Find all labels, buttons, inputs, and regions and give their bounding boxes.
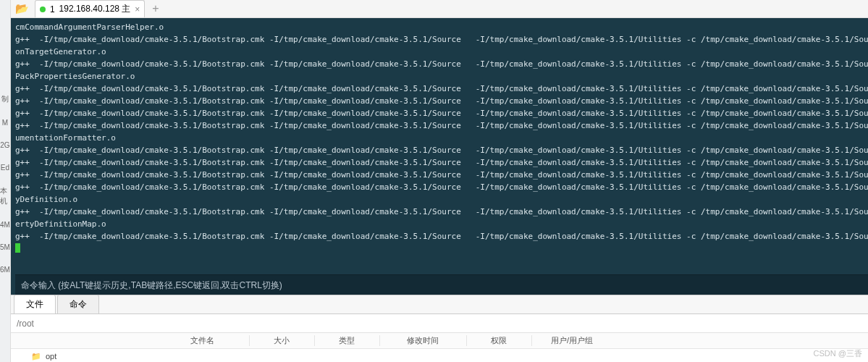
session-tabbar: 📂 1 192.168.40.128 主 × + — [11, 0, 868, 18]
col-size[interactable]: 大小 — [250, 335, 315, 346]
status-dot-icon — [40, 7, 46, 12]
terminal-panel: cmCommandArgumentParserHelper.o g++ -I/t… — [11, 18, 868, 295]
watermark: CSDN @三香 — [814, 348, 862, 359]
command-input[interactable] — [21, 280, 868, 290]
col-name[interactable]: 文件名 — [156, 335, 250, 346]
tab-title: 192.168.40.128 主 — [59, 3, 131, 15]
left-gutter: 制M2G Ed本机4M 5M6M — [0, 0, 11, 362]
file-row[interactable]: 📁 opt — [11, 349, 868, 362]
lower-tabs: 文件 命令 — [11, 295, 868, 314]
path-row: 历史 ⟳ ↥ ↧ ⇪ — [11, 314, 868, 333]
folder-open-icon[interactable]: 📂 — [15, 2, 29, 15]
file-name: opt — [46, 352, 56, 361]
terminal-output[interactable]: cmCommandArgumentParserHelper.o g++ -I/t… — [15, 21, 868, 272]
col-type[interactable]: 类型 — [315, 335, 380, 346]
file-panel: 文件 命令 历史 ⟳ ↥ ↧ ⇪ 文件名 大小 类型 修改时间 权限 用户/用户… — [11, 295, 868, 362]
col-owner[interactable]: 用户/用户组 — [532, 335, 612, 346]
tab-num: 1 — [50, 4, 55, 14]
tab-files[interactable]: 文件 — [14, 295, 56, 313]
session-tab[interactable]: 1 192.168.40.128 主 × — [35, 0, 145, 17]
file-header: 文件名 大小 类型 修改时间 权限 用户/用户组 — [11, 333, 868, 349]
tab-cmds[interactable]: 命令 — [57, 295, 99, 313]
folder-icon: 📁 — [31, 352, 41, 361]
add-tab-button[interactable]: + — [152, 2, 159, 15]
command-bar: 历史 选项 ⚡ 📋 ⧉ 🔍 ⚙ ⋯ — [15, 274, 868, 295]
close-icon[interactable]: × — [135, 4, 140, 14]
col-mtime[interactable]: 修改时间 — [380, 335, 467, 346]
path-input[interactable] — [11, 319, 868, 329]
col-perm[interactable]: 权限 — [467, 335, 532, 346]
